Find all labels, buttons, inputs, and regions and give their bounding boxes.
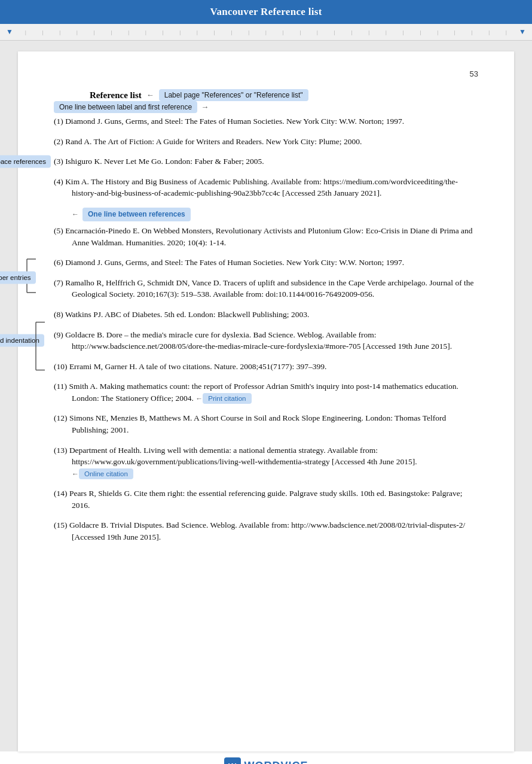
svg-text:W: W [228,762,236,764]
number-entries-bubble: Number entries [0,272,36,284]
ref-text-14: Pears R, Shields G. Cite them right: the… [69,489,463,510]
ref-entry-13: (13) Department of Health. Living well w… [54,445,478,480]
page-container: 53 Reference list ← Label page "Referenc… [18,51,514,751]
ref-num-8: (8) [54,310,65,319]
ref-num-9: (9) [54,330,65,339]
ref-num-11: (11) [54,382,69,391]
ref-num-12: (12) [54,413,69,422]
page-title: Vancouver Reference list [210,6,322,17]
ruler-ticks: | | | | | | | | | | | | | | | | | | | | … [13,29,519,35]
wordvice-label: WORDVICE [244,760,308,765]
ruler: ▼ | | | | | | | | | | | | | | | | | | | … [0,24,532,41]
ref-num-15: (15) [54,521,69,529]
references-section: (1) Diamond J. Guns, Germs, and Steel: T… [54,115,478,543]
ref-text-5: Encarnación-Pinedo E. On Webbed Monsters… [65,226,472,247]
ref-num-1: (1) [54,117,65,126]
ref-text-8: Watkins PJ. ABC of Diabetes. 5th ed. Lon… [65,310,309,319]
label-page-bubble: Label page "References" or "Reference li… [159,89,308,101]
ref-text-13: Department of Health. Living well with d… [69,446,417,467]
print-citation-bubble: Print citation [203,393,251,404]
ref-entry-6: (6) Diamond J. Guns, Germs, and Steel: T… [54,257,478,269]
reference-list-header: Reference list ← Label page "References"… [54,89,478,101]
ref-entry-15: (15) Goldacre B. Trivial Disputes. Bad S… [54,519,478,543]
bracket-number-entries: Number entries [0,258,39,297]
arrow-right-1: → [201,102,209,112]
ref-num-13: (13) [54,446,69,455]
ref-entry-9: (9) Goldacre B. Dore – the media's mirac… [54,329,478,352]
one-line-between-refs-row: ← One line between references [54,208,478,221]
ref-text-11: Smith A. Making mathematics count: the r… [69,382,458,403]
single-space-bubble: Single-space references [0,155,51,168]
ref-entry-9-container: Aligned indentation (9) Goldacre B. Dore… [54,329,478,352]
ref-text-1: Diamond J. Guns, Germs, and Steel: The F… [65,117,404,126]
ref-num-4: (4) [54,177,65,186]
top-bar: Vancouver Reference list [0,0,532,24]
arrow-to-bubble: ← [146,90,154,100]
ref-num-5: (5) [54,226,65,235]
wordvice-footer: W WORDVICE [0,751,532,764]
ref-text-2: Rand A. The Art of Fiction: A Guide for … [65,137,362,146]
ref-num-10: (10) [54,362,69,371]
ruler-arrow-left[interactable]: ▼ [6,28,13,36]
ref-num-7: (7) [54,278,65,287]
ref-entry-10: (10) Errami M, Garner H. A tale of two c… [54,361,478,373]
ref-entry-4-container: └ (4) Kim A. The History and Big Busines… [54,176,478,199]
ref-text-15: Goldacre B. Trivial Disputes. Bad Scienc… [69,521,465,541]
one-line-bubble: One line between label and first referen… [54,101,197,113]
ref-num-6: (6) [54,258,65,267]
ref-text-6: Diamond J. Guns, Germs, and Steel: The F… [65,258,404,267]
ref-text-7: Ramalho R, Helffrich G, Schmidt DN, Vanc… [65,278,473,299]
ref-entry-2: (2) Rand A. The Art of Fiction: A Guide … [54,136,478,148]
reference-list-label: Reference list [90,90,142,101]
ref-text-12: Simons NE, Menzies B, Matthews M. A Shor… [69,413,446,434]
ref-entry-3-container: Single-space references (3) Ishiguro K. … [54,156,478,168]
online-citation-bubble: Online citation [79,468,133,479]
ref-text-3: Ishiguro K. Never Let Me Go. London: Fab… [65,157,264,166]
arrow-left-refs: ← [72,209,79,220]
ref-text-10: Errami M, Garner H. A tale of two citati… [69,362,326,371]
arrow-print: ← [195,394,203,403]
ref-entry-3: (3) Ishiguro K. Never Let Me Go. London:… [54,156,478,168]
page-number: 53 [54,69,478,78]
one-line-between-refs-bubble: One line between references [82,208,191,221]
ref-num-14: (14) [54,489,69,498]
one-line-annotation-row: One line between label and first referen… [54,101,478,113]
wordvice-icon: W [224,757,241,764]
ref-entry-11: (11) Smith A. Making mathematics count: … [54,381,478,404]
ref-entry-4: (4) Kim A. The History and Big Business … [54,176,478,199]
ref-text-4: Kim A. The History and Big Business of A… [65,177,458,198]
wordvice-logo: W WORDVICE [224,757,308,764]
ref-entry-6-container: Number entries (6) Diamond J. Guns, Germ… [54,257,478,269]
ref-entry-7: (7) Ramalho R, Helffrich G, Schmidt DN, … [54,277,478,300]
ref-entry-8: (8) Watkins PJ. ABC of Diabetes. 5th ed.… [54,309,478,321]
ref-entry-12: (12) Simons NE, Menzies B, Matthews M. A… [54,412,478,436]
ref-text-9: Goldacre B. Dore – the media's miracle c… [65,330,452,351]
ref-entry-5: (5) Encarnación-Pinedo E. On Webbed Mons… [54,225,478,248]
arrow-online: ← [72,470,79,478]
ref-num-3: (3) [54,157,65,166]
ruler-arrow-right[interactable]: ▼ [519,28,526,36]
ref-num-2: (2) [54,137,65,146]
ref-entry-14: (14) Pears R, Shields G. Cite them right… [54,488,478,511]
aligned-indentation-annotation: Aligned indentation [0,334,44,347]
ref-entry-1: (1) Diamond J. Guns, Germs, and Steel: T… [54,115,478,127]
